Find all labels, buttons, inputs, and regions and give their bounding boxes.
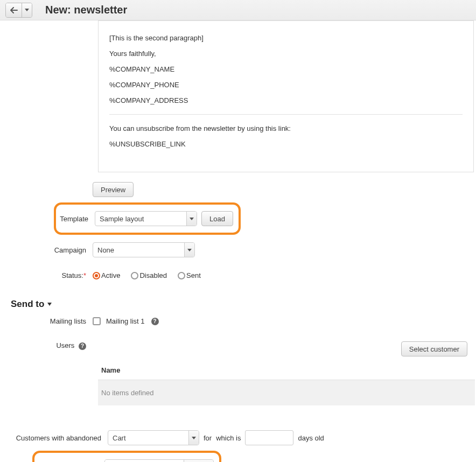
status-radio-active[interactable]: Active bbox=[93, 271, 120, 279]
template-highlight: Template Sample layout Load bbox=[54, 202, 241, 235]
preview-button[interactable]: Preview bbox=[93, 182, 134, 197]
send-test-highlight: Send to test email Send bbox=[32, 451, 221, 462]
body-line: %COMPANY_ADDRESS bbox=[109, 96, 463, 104]
load-template-button[interactable]: Load bbox=[201, 211, 233, 226]
test-email-input[interactable] bbox=[105, 460, 184, 462]
unsubscribe-text: You can unsubscribe from the newsletter … bbox=[109, 124, 463, 132]
caret-down-icon bbox=[47, 303, 52, 306]
status-option-label: Active bbox=[101, 271, 120, 279]
send-to-section-toggle[interactable]: Send to bbox=[11, 299, 471, 310]
unsubscribe-token: %UNSUBSCRIBE_LINK bbox=[109, 140, 463, 148]
radio-icon bbox=[131, 272, 138, 279]
body-line: %COMPANY_NAME bbox=[109, 65, 463, 73]
divider bbox=[109, 114, 463, 115]
for-text: for bbox=[204, 434, 212, 442]
status-option-label: Disabled bbox=[139, 271, 167, 279]
status-radio-sent[interactable]: Sent bbox=[178, 271, 201, 279]
abandoned-select[interactable]: Cart bbox=[108, 430, 199, 445]
users-label: Users ? bbox=[5, 341, 93, 350]
caret-down-icon bbox=[190, 218, 194, 220]
days-old-text: days old bbox=[298, 434, 324, 442]
section-title-text: Send to bbox=[11, 299, 44, 310]
back-button[interactable] bbox=[6, 3, 22, 17]
template-label: Template bbox=[56, 215, 95, 223]
mailing-list-1-checkbox[interactable] bbox=[93, 317, 101, 325]
test-email-input-group: Send bbox=[104, 459, 214, 462]
back-button-group bbox=[5, 3, 32, 18]
body-line: [This is the second paragraph] bbox=[109, 34, 463, 42]
newsletter-body-preview: [This is the second paragraph] Yours fai… bbox=[98, 20, 474, 172]
page-title: New: newsletter bbox=[45, 4, 127, 16]
caret-down-icon bbox=[192, 437, 196, 439]
status-label: Status:* bbox=[5, 271, 93, 279]
caret-down-icon bbox=[187, 249, 192, 251]
back-dropdown-button[interactable] bbox=[22, 3, 32, 17]
template-select-value: Sample layout bbox=[100, 215, 144, 223]
users-table: Name No items defined bbox=[98, 361, 475, 405]
body-line: Yours faithfully, bbox=[109, 50, 463, 58]
radio-icon bbox=[93, 272, 100, 279]
which-is-text: which is bbox=[216, 434, 241, 442]
status-option-label: Sent bbox=[186, 271, 201, 279]
help-icon[interactable]: ? bbox=[151, 318, 159, 325]
template-select[interactable]: Sample layout bbox=[95, 211, 197, 226]
body-line: %COMPANY_PHONE bbox=[109, 81, 463, 89]
select-customer-button[interactable]: Select customer bbox=[401, 341, 467, 356]
help-icon[interactable]: ? bbox=[79, 342, 86, 350]
back-arrow-icon bbox=[10, 7, 18, 13]
send-test-button[interactable]: Send bbox=[184, 460, 213, 462]
campaign-select[interactable]: None bbox=[93, 242, 195, 257]
radio-icon bbox=[178, 272, 185, 279]
mailing-lists-label: Mailing lists bbox=[5, 317, 93, 325]
caret-down-icon bbox=[25, 9, 29, 11]
users-table-empty: No items defined bbox=[98, 380, 475, 405]
top-toolbar: New: newsletter bbox=[0, 0, 476, 20]
campaign-select-value: None bbox=[97, 246, 114, 254]
mailing-list-1-label: Mailing list 1 bbox=[106, 317, 145, 325]
status-radio-disabled[interactable]: Disabled bbox=[131, 271, 167, 279]
customers-abandoned-label: Customers with abandoned bbox=[5, 434, 108, 442]
abandoned-select-value: Cart bbox=[113, 434, 126, 442]
campaign-label: Campaign bbox=[5, 246, 93, 254]
days-input[interactable] bbox=[245, 430, 293, 445]
users-table-header-name: Name bbox=[98, 361, 475, 380]
